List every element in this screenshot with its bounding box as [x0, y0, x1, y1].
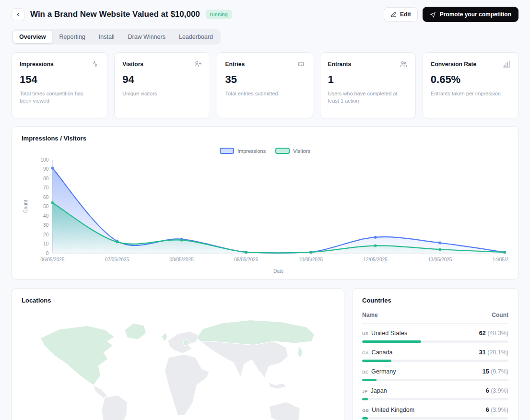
country-code: CA	[362, 350, 369, 355]
svg-text:40: 40	[43, 213, 49, 219]
stat-label: Impressions	[20, 61, 54, 68]
stat-description: Unique visitors	[122, 90, 194, 97]
activity-icon	[91, 60, 99, 68]
svg-text:13/05/2025: 13/05/2025	[428, 257, 452, 262]
svg-text:Date: Date	[273, 268, 284, 274]
tab-reporting[interactable]: Reporting	[53, 31, 92, 43]
stat-card-impressions: Impressions 154 Total times competition …	[12, 52, 107, 118]
chevron-left-icon	[15, 12, 21, 17]
country-count: 6	[486, 387, 489, 394]
tab-leaderboard[interactable]: Leaderboard	[173, 31, 219, 43]
country-code: JP	[362, 389, 368, 394]
legend-label: Impressions	[237, 148, 266, 154]
tab-install[interactable]: Install	[93, 31, 121, 43]
stat-label: Conversion Rate	[431, 61, 476, 68]
impressions-swatch	[220, 148, 234, 154]
stat-value: 154	[20, 73, 99, 86]
visitors-swatch	[275, 148, 290, 154]
header-actions: Edit Promote your competition	[384, 7, 518, 22]
svg-text:Count: Count	[23, 200, 28, 213]
edit-button[interactable]: Edit	[384, 7, 418, 22]
stat-value: 35	[225, 73, 305, 86]
country-name: Germany	[371, 368, 396, 375]
svg-text:70: 70	[43, 185, 49, 190]
tab-bar: Overview Reporting Install Draw Winners …	[12, 29, 221, 45]
stat-label: Entries	[225, 61, 245, 68]
legend-item-impressions[interactable]: Impressions	[220, 148, 266, 154]
country-name: Canada	[372, 349, 393, 356]
svg-text:60: 60	[43, 195, 49, 200]
stat-value: 0.65%	[431, 73, 510, 86]
stat-label: Entrants	[328, 61, 352, 68]
country-percent: (3.9%)	[491, 407, 508, 413]
country-code: GB	[362, 408, 369, 413]
country-bar-track	[362, 417, 508, 420]
tab-draw-winners[interactable]: Draw Winners	[121, 31, 172, 43]
promote-competition-button[interactable]: Promote your competition	[423, 7, 518, 22]
svg-text:50: 50	[43, 204, 49, 209]
countries-card: Countries Name Count US United States 62…	[352, 288, 518, 420]
country-row-canada: CA Canada 31 (20.1%)	[362, 343, 508, 362]
stat-card-conversion-rate: Conversion Rate 0.65% Entrants taken per…	[423, 52, 518, 118]
stats-row: Impressions 154 Total times competition …	[12, 52, 518, 118]
promote-button-label: Promote your competition	[440, 11, 511, 18]
country-count: 15	[483, 368, 489, 375]
bottom-row: Locations	[12, 288, 518, 420]
legend-label: Visitors	[293, 148, 310, 154]
svg-text:10: 10	[43, 241, 49, 246]
svg-text:08/05/2025: 08/05/2025	[170, 257, 194, 262]
country-name: United Kingdom	[372, 407, 414, 413]
svg-text:06/05/2025: 06/05/2025	[40, 257, 65, 262]
stat-card-visitors: Visitors 94 Unique visitors	[114, 52, 210, 118]
stat-value: 94	[122, 73, 202, 86]
country-code: DE	[362, 370, 368, 374]
world-map-svg	[22, 311, 334, 420]
world-map	[22, 311, 334, 420]
svg-text:30: 30	[43, 222, 49, 228]
svg-text:100: 100	[41, 157, 49, 163]
ticket-icon	[297, 60, 305, 68]
svg-text:07/05/2025: 07/05/2025	[105, 257, 130, 262]
stat-label: Visitors	[122, 61, 143, 68]
country-row-japan: JP Japan 6 (3.9%)	[362, 381, 508, 400]
stat-description: Entrants taken per impression	[431, 90, 503, 97]
country-bar	[362, 417, 368, 420]
impressions-visitors-card: Impressions / Visitors Impressions Visit…	[12, 126, 518, 280]
header: Win a Brand New Website Valued at $10,00…	[12, 7, 518, 22]
pencil-icon	[390, 12, 397, 18]
svg-text:14/05/2025: 14/05/2025	[493, 257, 508, 262]
country-row-united-kingdom: GB United Kingdom 6 (3.9%)	[362, 400, 508, 420]
edit-button-label: Edit	[400, 11, 411, 18]
chart-legend: Impressions Visitors	[22, 148, 508, 154]
country-count: 62	[479, 330, 486, 337]
svg-text:20: 20	[43, 232, 49, 237]
column-name: Name	[362, 312, 378, 318]
line-chart: 010203040506070809010006/05/202507/05/20…	[22, 155, 508, 275]
country-row-united-states: US United States 62 (40.3%)	[362, 324, 508, 343]
svg-text:0: 0	[46, 251, 49, 256]
stat-description: Total entries submitted	[225, 90, 297, 97]
locations-title: Locations	[22, 297, 334, 304]
locations-card: Locations	[12, 288, 344, 420]
svg-text:12/05/2025: 12/05/2025	[364, 257, 388, 262]
tab-overview[interactable]: Overview	[13, 31, 52, 43]
country-percent: (9.7%)	[491, 368, 508, 375]
stat-card-entrants: Entrants 1 Users who have completed at l…	[320, 52, 416, 118]
legend-item-visitors[interactable]: Visitors	[275, 148, 310, 154]
country-percent: (40.3%)	[487, 330, 508, 337]
country-name: Japan	[371, 387, 387, 394]
countries-title: Countries	[362, 297, 508, 304]
competition-dashboard: Win a Brand New Website Valued at $10,00…	[0, 0, 530, 420]
chart-icon	[502, 60, 510, 68]
country-row-germany: DE Germany 15 (9.7%)	[362, 362, 508, 381]
stat-description: Total times competition has been viewed	[20, 90, 92, 105]
country-count: 6	[486, 407, 489, 413]
chart-title: Impressions / Visitors	[22, 135, 508, 142]
stat-card-entries: Entries 35 Total entries submitted	[217, 52, 313, 118]
back-button[interactable]	[12, 8, 24, 21]
stat-description: Users who have completed at least 1 acti…	[328, 90, 400, 105]
country-count: 31	[479, 349, 486, 356]
stat-value: 1	[328, 73, 408, 86]
svg-text:90: 90	[43, 166, 49, 172]
country-percent: (3.9%)	[491, 387, 508, 394]
